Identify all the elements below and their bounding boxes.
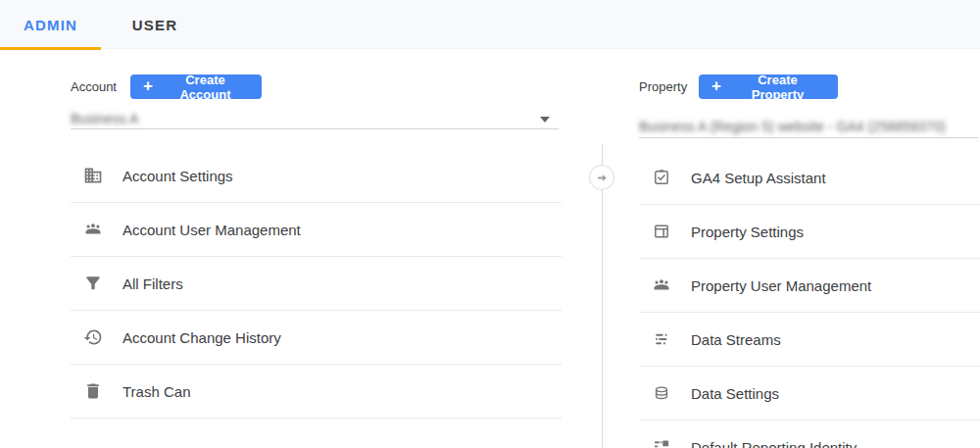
menu-item-label: Account Settings — [122, 168, 233, 184]
active-tab-underline — [0, 47, 101, 50]
menu-item-account-user-management[interactable]: Account User Management — [71, 203, 562, 257]
menu-item-ga4-setup-assistant[interactable]: GA4 Setup Assistant — [639, 151, 980, 205]
window-icon — [652, 222, 671, 241]
database-icon — [652, 383, 671, 403]
menu-item-label: Data Settings — [691, 385, 779, 402]
plus-icon: + — [711, 77, 721, 94]
menu-item-label: Trash Can — [122, 383, 190, 400]
history-icon — [83, 327, 103, 347]
menu-item-account-settings[interactable]: Account Settings — [71, 149, 562, 203]
menu-item-label: All Filters — [122, 275, 183, 292]
menu-item-default-reporting-identity[interactable]: Default Reporting Identity — [639, 421, 980, 448]
menu-item-property-settings[interactable]: Property Settings — [639, 205, 980, 259]
tab-admin[interactable]: ADMIN — [0, 0, 101, 49]
account-selector-value[interactable]: Business A — [71, 111, 138, 126]
menu-item-label: Property Settings — [691, 224, 804, 240]
move-to-property-button[interactable] — [589, 165, 614, 190]
tab-admin-label: ADMIN — [24, 17, 77, 33]
checklist-icon — [652, 168, 671, 187]
identity-icon — [652, 438, 671, 448]
menu-item-account-change-history[interactable]: Account Change History — [71, 311, 562, 365]
streams-icon — [652, 329, 671, 349]
menu-item-data-settings[interactable]: Data Settings — [639, 367, 980, 421]
menu-item-label: Property User Management — [691, 277, 871, 294]
menu-item-label: Default Reporting Identity — [691, 439, 857, 448]
menu-item-label: Account Change History — [122, 329, 281, 346]
menu-item-data-streams[interactable]: Data Streams — [639, 313, 980, 367]
property-column-label: Property — [639, 79, 687, 94]
top-tab-bar: ADMIN USER — [0, 0, 980, 49]
plus-icon: + — [143, 77, 153, 94]
menu-item-label: GA4 Setup Assistant — [691, 170, 826, 186]
property-selector-value[interactable]: Business A (Region 5) website - GA4 (256… — [639, 119, 946, 134]
building-icon — [83, 166, 103, 185]
people-icon — [83, 220, 103, 239]
account-selector-underline — [71, 128, 559, 129]
menu-item-property-user-management[interactable]: Property User Management — [639, 259, 980, 313]
property-selector-underline — [639, 137, 978, 138]
menu-item-label: Data Streams — [691, 331, 781, 348]
create-account-label: Create Account — [162, 73, 249, 102]
menu-item-label: Account User Management — [122, 222, 301, 238]
create-account-button[interactable]: + Create Account — [130, 75, 262, 99]
dropdown-arrow-icon[interactable] — [540, 117, 550, 123]
tab-user-label: USER — [132, 17, 177, 33]
ga-admin-screen: ADMIN USER Account + Create Account Busi… — [0, 0, 980, 448]
tab-user[interactable]: USER — [111, 0, 199, 49]
menu-item-all-filters[interactable]: All Filters — [71, 257, 562, 311]
arrow-right-icon — [596, 172, 609, 184]
account-column-label: Account — [71, 79, 117, 94]
filter-icon — [83, 274, 103, 293]
people-icon — [652, 275, 671, 295]
create-property-button[interactable]: + Create Property — [699, 75, 838, 99]
menu-item-trash-can[interactable]: Trash Can — [71, 365, 562, 419]
trash-icon — [83, 381, 103, 401]
create-property-label: Create Property — [730, 73, 825, 102]
